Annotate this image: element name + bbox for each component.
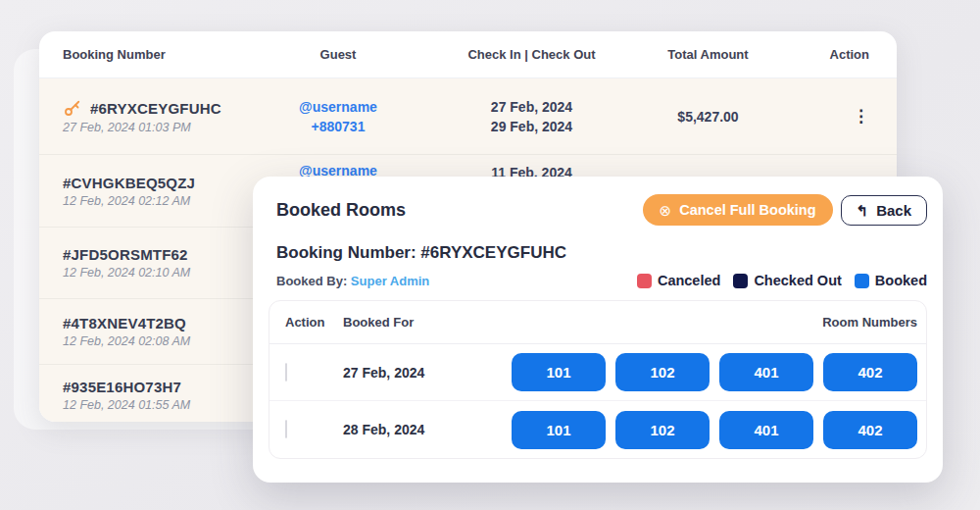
room-button[interactable]: 402 xyxy=(823,353,917,391)
legend-checked-out: Checked Out xyxy=(733,273,841,288)
back-button[interactable]: ↰ Back xyxy=(841,195,927,226)
booking-date: 12 Feb, 2024 02:08 AM xyxy=(63,334,250,348)
rooms-header-room-numbers: Room Numbers xyxy=(822,315,926,330)
booking-date: 12 Feb, 2024 02:12 AM xyxy=(63,194,250,208)
header-check-in-out: Check In | Check Out xyxy=(426,47,637,62)
booking-date: 12 Feb, 2024 01:55 AM xyxy=(63,398,250,412)
room-button[interactable]: 101 xyxy=(512,411,606,449)
kebab-menu-icon[interactable]: ⋮ xyxy=(853,108,869,125)
check-out-date: 29 Feb, 2024 xyxy=(426,119,637,134)
rooms-table-row: 28 Feb, 2024 101 102 401 402 xyxy=(270,401,926,458)
room-button[interactable]: 401 xyxy=(719,353,813,391)
guest-username-link[interactable]: @username xyxy=(250,99,426,115)
rooms-table-row: 27 Feb, 2024 101 102 401 402 xyxy=(270,344,926,401)
booked-for-date: 28 Feb, 2024 xyxy=(340,422,477,437)
guest-phone-link[interactable]: +880731 xyxy=(250,119,426,134)
booked-by-user-link[interactable]: Super Admin xyxy=(351,274,429,288)
booking-number: #6RYXCEYGFUHC xyxy=(90,100,221,117)
legend-booked: Booked xyxy=(855,273,927,288)
rooms-table-header: Action Booked For Room Numbers xyxy=(270,301,926,344)
booking-number: #4T8XNEV4T2BQ xyxy=(63,315,250,332)
back-arrow-icon: ↰ xyxy=(857,203,869,218)
rooms-table: Action Booked For Room Numbers 27 Feb, 2… xyxy=(269,300,927,459)
check-in-date: 27 Feb, 2024 xyxy=(426,99,637,115)
room-button[interactable]: 402 xyxy=(823,411,917,449)
booking-number: #CVHGKBEQ5QZJ xyxy=(63,175,250,191)
table-row[interactable]: #6RYXCEYGFUHC 27 Feb, 2024 01:03 PM @use… xyxy=(39,78,897,155)
room-button[interactable]: 401 xyxy=(719,411,813,449)
header-action: Action xyxy=(779,47,897,62)
modal-title: Booked Rooms xyxy=(276,200,406,221)
modal-booking-number: Booking Number: #6RYXCEYGFUHC xyxy=(253,237,943,263)
row-checkbox[interactable] xyxy=(285,420,287,438)
checked-out-swatch-icon xyxy=(733,274,748,288)
header-booking-number: Booking Number xyxy=(39,47,250,62)
row-checkbox[interactable] xyxy=(285,363,287,382)
booked-by: Booked By: Super Admin xyxy=(276,274,429,288)
booking-date: 27 Feb, 2024 01:03 PM xyxy=(63,121,250,134)
header-guest: Guest xyxy=(250,47,426,62)
cancel-full-booking-label: Cancel Full Booking xyxy=(679,202,815,218)
total-amount: $5,427.00 xyxy=(637,109,779,125)
back-label: Back xyxy=(876,202,911,219)
booked-swatch-icon xyxy=(855,274,869,288)
key-icon xyxy=(63,98,82,118)
rooms-header-action: Action xyxy=(270,315,340,330)
room-button[interactable]: 102 xyxy=(615,353,710,391)
room-button[interactable]: 102 xyxy=(615,411,710,449)
header-total-amount: Total Amount xyxy=(637,47,779,62)
booked-rooms-modal: Booked Rooms ⊗ Cancel Full Booking ↰ Bac… xyxy=(253,177,943,483)
legend-canceled: Canceled xyxy=(637,273,720,288)
status-legend: Canceled Checked Out Booked xyxy=(637,273,927,288)
bookings-table-header: Booking Number Guest Check In | Check Ou… xyxy=(39,31,897,78)
booked-for-date: 27 Feb, 2024 xyxy=(340,365,477,381)
booking-date: 12 Feb, 2024 02:10 AM xyxy=(63,266,250,280)
room-button[interactable]: 101 xyxy=(512,353,606,391)
rooms-header-booked-for: Booked For xyxy=(340,315,477,330)
booking-number: #935E16HO73H7 xyxy=(63,379,250,395)
cancel-full-booking-button[interactable]: ⊗ Cancel Full Booking xyxy=(643,194,833,226)
circled-x-icon: ⊗ xyxy=(660,203,672,218)
booking-number: #JFD5ORSMTF62 xyxy=(63,246,250,263)
canceled-swatch-icon xyxy=(637,274,652,288)
